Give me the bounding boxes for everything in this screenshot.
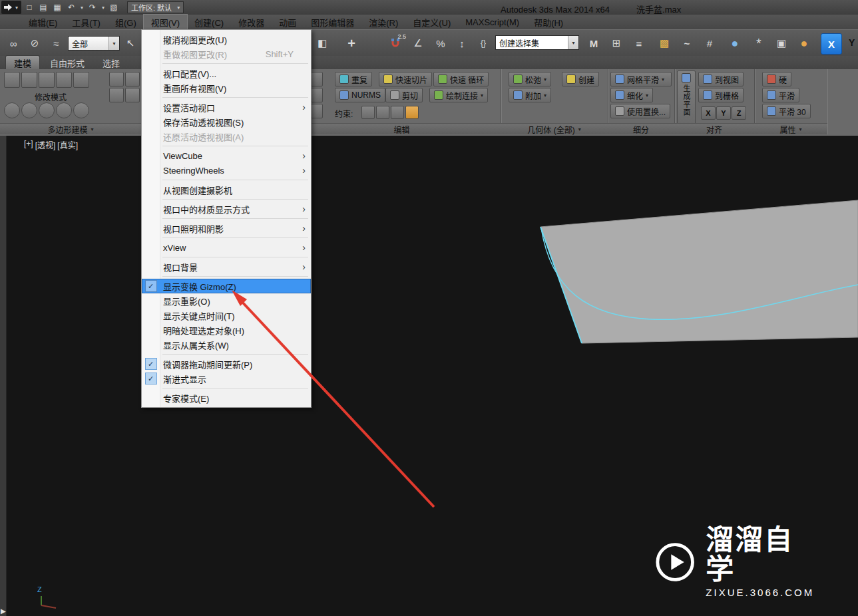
workspace-selector[interactable]: 工作区: 默认 ▾ (127, 1, 184, 13)
named-selection-sets-combo[interactable]: 创建选择集 ▾ (495, 35, 579, 50)
menubar-item-customize[interactable]: 自定义(U) (405, 15, 458, 29)
perspective-viewport[interactable]: ▶ [+] [透视] [真实] Z 溜溜自学 (0, 136, 858, 616)
axis-constraint-y-button[interactable]: Y (849, 37, 855, 48)
curve-editor-icon[interactable]: ~ (678, 34, 696, 53)
menu-item-save-active-perspective-view[interactable]: 保存活动透视视图(S) (142, 114, 311, 129)
align-x-button[interactable]: X (701, 106, 716, 120)
ribbon-tab-modeling[interactable]: 建模 (5, 55, 40, 69)
menu-item-steeringwheels[interactable]: SteeringWheels › (142, 163, 311, 178)
subobject-edge-icon[interactable] (21, 72, 37, 88)
undo-icon[interactable]: ↶ (65, 1, 77, 13)
smooth-30-button[interactable]: 平滑 30 (762, 104, 811, 118)
open-file-icon[interactable]: ▤ (37, 1, 49, 13)
sink-surface-object[interactable] (540, 200, 858, 343)
collapse-stack-icon[interactable] (109, 72, 124, 86)
constraint-face-icon[interactable] (391, 106, 404, 119)
menu-item-show-transform-gizmo[interactable]: ✓ 显示变换 Gizmo(Z) (142, 279, 311, 293)
subobject-polygon-icon[interactable] (56, 72, 72, 88)
menubar-item-rendering[interactable]: 渲染(R) (361, 15, 405, 29)
make-planar-button[interactable]: 生成平面 (677, 71, 696, 124)
layer-manager-icon[interactable]: ≡ (630, 34, 648, 53)
edit-panel-label[interactable]: 编辑 (303, 123, 501, 134)
menu-item-progressive-display[interactable]: ✓ 渐进式显示 (142, 371, 311, 386)
menubar-item-tools[interactable]: 工具(T) (65, 15, 108, 29)
properties-panel-label[interactable]: 属性 ▾ (754, 123, 827, 134)
menu-item-viewcube[interactable]: ViewCube › (142, 148, 311, 163)
meshsmooth-button[interactable]: 网格平滑 ▾ (610, 72, 672, 86)
menu-item-viewport-configuration[interactable]: 视口配置(V)... (142, 66, 311, 80)
named-selection-sets-caret-icon[interactable]: ▾ (568, 36, 578, 49)
pivot-mode-icon-4[interactable] (56, 102, 72, 118)
redo-caret-icon[interactable]: ▾ (101, 5, 106, 11)
symmetry-tools-icon[interactable] (109, 88, 124, 102)
quickslice-button[interactable]: 快速切片 (379, 72, 432, 86)
menu-item-show-key-times[interactable]: 显示关键点时间(T) (142, 308, 311, 323)
menubar-item-edit[interactable]: 编辑(E) (21, 15, 65, 29)
align-icon[interactable]: ⊞ (607, 34, 626, 53)
menu-item-viewport-background[interactable]: 视口背景 › (142, 259, 311, 274)
menubar-item-help[interactable]: 帮助(H) (527, 15, 570, 29)
angle-snap-icon[interactable]: ∠ (409, 34, 427, 53)
menu-item-update-during-spinner-drag[interactable]: ✓ 微调器拖动期间更新(P) (142, 357, 311, 371)
new-scene-icon[interactable]: □ (23, 1, 35, 13)
menubar-item-maxscript[interactable]: MAXScript(M) (458, 15, 527, 29)
menu-item-show-ghosting[interactable]: 显示重影(O) (142, 293, 311, 308)
smooth-smoothing-button[interactable]: 平滑 (762, 88, 799, 102)
ribbon-tab-freeform[interactable]: 自由形式 (42, 56, 93, 69)
constraint-none-icon[interactable] (361, 106, 375, 119)
render-production-icon[interactable]: ● (795, 34, 813, 53)
project-folder-icon[interactable]: ▧ (108, 1, 120, 13)
selection-filter-caret-icon[interactable]: ▾ (108, 37, 119, 50)
constraint-edge-icon[interactable] (376, 106, 389, 119)
menubar-item-create[interactable]: 创建(C) (187, 15, 231, 29)
select-and-move-icon[interactable]: + (342, 34, 361, 53)
ribbon-tab-selection[interactable]: 选择 (95, 56, 128, 69)
menu-item-viewport-lighting-and-shadows[interactable]: 视口照明和阴影 › (142, 221, 311, 235)
selection-filter-dropdown[interactable]: 全部 ▾ (68, 36, 120, 51)
align-z-button[interactable]: Z (732, 106, 746, 120)
subdivision-panel-label[interactable]: 细分 (608, 123, 674, 134)
menu-item-redraw-all-views[interactable]: 重画所有视图(V) (142, 80, 311, 95)
select-object-icon[interactable]: ↖ (121, 34, 140, 53)
pivot-mode-icon-2[interactable] (21, 102, 37, 118)
mirror-icon[interactable]: M (584, 34, 603, 53)
menu-item-undo-view-change[interactable]: 撤消视图更改(U) (142, 32, 311, 47)
align-to-view-button[interactable]: 到视图 (698, 72, 744, 86)
align-panel-label[interactable]: 对齐 (674, 123, 754, 134)
subobject-element-icon[interactable] (73, 72, 89, 88)
bind-to-space-warp-icon[interactable]: ≈ (47, 34, 65, 53)
undo-caret-icon[interactable]: ▾ (79, 5, 85, 11)
schematic-view-icon[interactable]: # (700, 34, 719, 53)
paint-connect-button[interactable]: 绘制连接 ▾ (429, 88, 488, 102)
attach-button[interactable]: 附加 ▾ (509, 88, 551, 102)
hidden-tool-icon-1[interactable] (311, 72, 323, 86)
relax-button[interactable]: 松弛 ▾ (509, 72, 551, 86)
repeat-button[interactable]: 重复 (335, 72, 372, 86)
toggle-command-panel-icon[interactable] (125, 88, 140, 102)
menubar-item-graph-editors[interactable]: 图形编辑器 (304, 15, 361, 29)
menu-item-expert-mode[interactable]: 专家模式(E) (142, 390, 311, 405)
edit-named-selection-sets-icon[interactable]: {} (474, 34, 493, 53)
nurms-button[interactable]: NURMS (335, 88, 385, 102)
menu-item-xview[interactable]: xView › (142, 240, 311, 255)
constraint-normal-icon[interactable] (405, 106, 419, 119)
subobject-vertex-icon[interactable] (4, 72, 20, 88)
cut-button[interactable]: 剪切 (385, 88, 423, 102)
menubar-item-animation[interactable]: 动画 (272, 15, 304, 29)
polygon-modeling-panel-label[interactable]: 多边形建模 ▾ (0, 123, 141, 134)
axis-constraint-x-button[interactable]: X (821, 33, 842, 55)
menu-item-shade-selected[interactable]: 明暗处理选定对象(H) (142, 323, 311, 337)
menu-item-set-active-viewport[interactable]: 设置活动视口 › (142, 100, 311, 114)
tessellate-button[interactable]: 细化 ▾ (610, 88, 653, 102)
hard-smoothing-button[interactable]: 硬 (762, 72, 791, 86)
unlink-selection-icon[interactable]: ⊘ (25, 34, 44, 53)
save-file-icon[interactable]: ▦ (51, 1, 63, 13)
rendered-frame-window-icon[interactable]: ▣ (772, 34, 791, 53)
window-crossing-icon[interactable]: ◧ (313, 34, 331, 53)
use-displacement-button[interactable]: 使用置换... (610, 104, 670, 118)
menubar-item-group[interactable]: 组(G) (108, 15, 144, 29)
menu-item-material-display-in-viewport[interactable]: 视口中的材质显示方式 › (142, 202, 311, 216)
pivot-mode-icon-1[interactable] (4, 102, 20, 118)
menu-item-show-dependencies[interactable]: 显示从属关系(W) (142, 337, 311, 352)
subobject-border-icon[interactable] (39, 72, 55, 88)
